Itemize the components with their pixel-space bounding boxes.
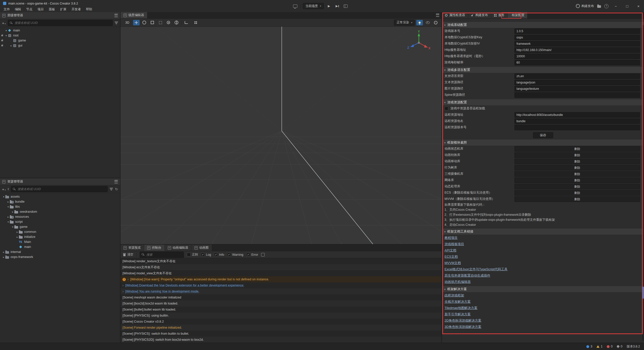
maximize-button[interactable]: □: [623, 3, 631, 9]
field-input[interactable]: zh,en: [514, 73, 640, 79]
play-button[interactable]: ▶: [326, 3, 332, 9]
help-icon[interactable]: ?: [604, 4, 609, 8]
asset-row[interactable]: main: [0, 244, 120, 249]
tree-arrow-icon[interactable]: [7, 200, 10, 203]
doc-link[interactable]: 教程项目: [445, 236, 458, 240]
field-input[interactable]: framework: [514, 41, 640, 47]
scene-light-toggle[interactable]: [416, 20, 423, 25]
log-filter-checkbox[interactable]: Warning: [227, 253, 243, 256]
error-count[interactable]: 0: [607, 345, 613, 348]
snap-button[interactable]: [183, 20, 190, 25]
assets-search-input[interactable]: [17, 187, 106, 191]
console-search-input[interactable]: [146, 253, 182, 257]
step-button[interactable]: ▶: [334, 3, 340, 9]
panel-menu-icon[interactable]: [114, 180, 118, 183]
delete-button[interactable]: 删除: [514, 171, 640, 177]
solution-link[interactable]: 新手引导解决方案: [445, 312, 471, 317]
hierarchy-node-row[interactable]: game: [0, 38, 120, 43]
scale-gizmo-button[interactable]: [149, 20, 156, 25]
log-row[interactable]: ! › [Scene] [PHYSICS]: using builtin.: [120, 313, 441, 319]
log-row[interactable]: ! › [Scene] meshopt wasm decoder initial…: [120, 294, 441, 300]
rect-gizmo-button[interactable]: [157, 20, 164, 25]
lock-icon[interactable]: [1, 35, 3, 36]
delete-button[interactable]: 删除: [514, 159, 640, 164]
lock-icon[interactable]: [1, 40, 3, 41]
clear-console-button[interactable]: 清空: [123, 252, 133, 257]
console-area-tab[interactable]: 动画图: [191, 245, 212, 251]
tree-arrow-icon[interactable]: [10, 44, 13, 47]
log-row[interactable]: ! › [Window] Download the Vue Devtools e…: [120, 282, 441, 288]
doc-link[interactable]: 动画状态机编辑器: [445, 280, 471, 284]
log-row[interactable]: ! › [Window] You are running Vue in deve…: [120, 288, 441, 294]
inspector-tab[interactable]: 服务: [491, 12, 508, 18]
minimize-button[interactable]: −: [612, 3, 620, 9]
message-count[interactable]: 0: [617, 345, 622, 348]
sort-icon[interactable]: ▴▾: [8, 188, 9, 191]
menu-item[interactable]: 帮助: [84, 7, 95, 12]
log-row[interactable]: ! › [Scene] [PHYSICS]: switch from built…: [120, 331, 441, 337]
section-header-solutions[interactable]: ▾ 框架解决方案: [442, 286, 644, 292]
tree-arrow-icon[interactable]: [16, 236, 19, 238]
log-row[interactable]: ! › [Scene] Cocos Creator v3.8.2: [120, 319, 441, 325]
layout-icon[interactable]: [343, 3, 349, 9]
menu-item[interactable]: 扩展: [58, 7, 69, 12]
render-mode-dropdown[interactable]: 正常渲染 ▾: [394, 20, 415, 26]
log-filter-checkbox[interactable]: Log: [201, 253, 211, 256]
menu-item[interactable]: 面板: [46, 7, 58, 12]
log-row[interactable]: ! › [Window] render_texture文件夹不存在: [120, 258, 441, 264]
delete-button[interactable]: 删除: [514, 190, 640, 196]
hierarchy-node-row[interactable]: root: [0, 33, 120, 38]
checkbox-icon[interactable]: [445, 107, 448, 110]
hierarchy-node-row[interactable]: main: [0, 28, 120, 33]
refresh-icon[interactable]: ↻: [115, 187, 118, 191]
close-button[interactable]: ×: [634, 3, 642, 9]
solution-link[interactable]: 全栈开发解决方案: [445, 299, 471, 304]
asset-row[interactable]: oops-framework: [0, 254, 120, 259]
menu-item[interactable]: 项目: [35, 7, 46, 12]
solution-link[interactable]: 战棋游戏框架: [445, 293, 464, 298]
tree-arrow-icon[interactable]: [7, 205, 10, 208]
asset-row[interactable]: resources: [0, 214, 120, 219]
regex-checkbox[interactable]: 正则: [187, 252, 198, 257]
preview-device-icon[interactable]: [292, 3, 298, 9]
pivot-toggle-button[interactable]: [165, 20, 172, 25]
view-options-button[interactable]: [424, 20, 431, 25]
tree-arrow-icon[interactable]: [11, 226, 14, 228]
scene-viewport[interactable]: Y X Z: [120, 27, 441, 244]
asset-row[interactable]: common: [0, 229, 120, 234]
log-row[interactable]: ! › [Scene] Forward render pipeline init…: [120, 325, 441, 331]
inspector-tab[interactable]: 构建发布: [468, 12, 491, 18]
asset-row[interactable]: script: [0, 219, 120, 224]
delete-button[interactable]: 删除: [514, 146, 640, 152]
doc-link[interactable]: ECS文档: [445, 254, 458, 259]
scene-settings-gear-icon[interactable]: [432, 20, 439, 25]
field-input[interactable]: 1.0.5: [514, 28, 640, 34]
field-input[interactable]: language/texture: [514, 86, 640, 92]
field-input[interactable]: http://localhost:8083/assets/bundle: [514, 112, 640, 118]
log-filter-checkbox[interactable]: Error: [246, 253, 258, 256]
section-header-language[interactable]: ▾ 游戏多语言配置: [442, 67, 644, 73]
tree-arrow-icon[interactable]: [7, 221, 10, 223]
field-input[interactable]: [514, 92, 640, 98]
console-search[interactable]: [140, 252, 184, 258]
doc-link[interactable]: API文档: [445, 248, 456, 253]
delete-button[interactable]: 删除: [514, 196, 640, 202]
asset-row[interactable]: Main: [0, 239, 120, 244]
log-row[interactable]: ! › [Scene] [bullet]:bullet wasm lib loa…: [120, 307, 441, 313]
solution-link[interactable]: 3D角色扮演游戏解决方案: [445, 325, 481, 329]
inspector-scrollbar[interactable]: [642, 25, 644, 341]
section-header-modules[interactable]: ▾ 框架模块裁剪: [442, 140, 644, 146]
delete-button[interactable]: 删除: [514, 178, 640, 183]
field-input[interactable]: 10000: [514, 54, 640, 59]
scrollbar-thumb[interactable]: [642, 287, 644, 299]
doc-link[interactable]: 原生包热更新配置自动生成插件: [445, 273, 490, 278]
section-header-resources[interactable]: ▾ 游戏资源配置: [442, 99, 644, 105]
tree-arrow-icon[interactable]: [5, 34, 8, 37]
filter-icon[interactable]: [110, 188, 113, 190]
solution-link[interactable]: Tiledmap地图解决方案: [445, 306, 477, 310]
expand-arrow-icon[interactable]: ›: [128, 278, 129, 281]
mode-3d-toggle[interactable]: 3D: [123, 21, 132, 24]
section-header-docs[interactable]: ▾ 框架文档工具链接: [442, 229, 644, 235]
menu-item[interactable]: 开发者: [69, 7, 84, 12]
rotate-gizmo-button[interactable]: [141, 20, 148, 25]
